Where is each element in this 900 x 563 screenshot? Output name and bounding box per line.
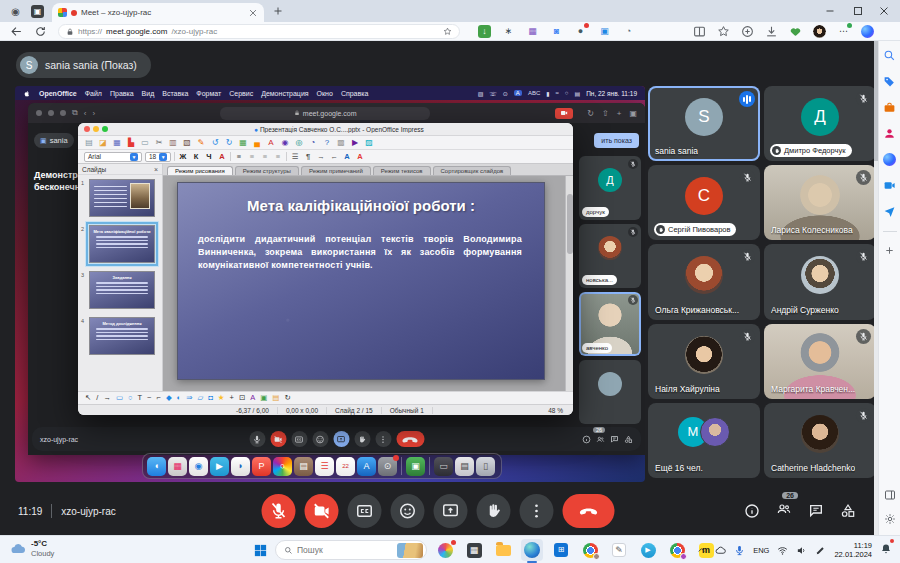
inner-participant-tile-4[interactable] — [579, 360, 641, 424]
slide-thumbnail[interactable]: Мета кваліфікаційної роботи — [89, 225, 155, 263]
activities-icon[interactable] — [840, 503, 856, 519]
tray-mic-icon[interactable] — [734, 545, 745, 556]
ellipse-icon[interactable]: ○ — [128, 393, 133, 403]
app-store-icon[interactable]: A — [357, 457, 376, 476]
file-explorer-icon[interactable] — [492, 539, 514, 561]
volume-icon[interactable] — [796, 545, 807, 556]
line-icon[interactable]: / — [96, 393, 98, 403]
connector-icon[interactable]: ⌐ — [157, 393, 161, 403]
hand-raise-button[interactable] — [477, 494, 511, 528]
screenshot-extension-icon[interactable]: ▣ — [598, 25, 611, 38]
gallery-icon[interactable]: ▤ — [272, 393, 279, 403]
inner-present-button[interactable] — [333, 431, 349, 447]
menu-app-name[interactable]: OpenOffice — [39, 90, 77, 97]
copy-icon[interactable]: ▥ — [168, 138, 178, 148]
inner-end-call-button[interactable] — [396, 431, 424, 447]
cut-icon[interactable]: ✂ — [154, 138, 164, 148]
macos-menu-Правка[interactable]: Правка — [110, 90, 134, 97]
abc-input-icon[interactable]: ABC — [528, 90, 540, 96]
phone-menu-icon[interactable]: ☏ — [489, 90, 497, 97]
inner-more-button[interactable] — [375, 431, 391, 447]
participant-tile-9[interactable]: MЕщё 16 чел. — [648, 403, 760, 478]
stars-icon[interactable]: ★ — [218, 393, 225, 403]
points-icon[interactable]: + — [230, 393, 234, 403]
view-tab-4[interactable]: Режим тезисов — [373, 166, 431, 175]
launchpad-icon[interactable]: ▦ — [168, 457, 187, 476]
macos-menu-Окно[interactable]: Окно — [317, 90, 333, 97]
paste-icon[interactable]: ▧ — [182, 138, 192, 148]
callouts-icon[interactable]: ◘ — [208, 393, 213, 403]
slide-thumbnail[interactable]: Завдання — [89, 271, 155, 309]
glue-points-icon[interactable]: ⊡ — [239, 393, 245, 403]
tray-chevron-icon[interactable] — [696, 545, 707, 556]
view-tab-3[interactable]: Режим примечаний — [301, 166, 371, 175]
adguard-icon[interactable]: ◙ — [550, 25, 563, 38]
sidebar-collapse-icon[interactable] — [884, 489, 896, 501]
inner-camera-button[interactable] — [270, 431, 286, 447]
increase-indent-icon[interactable]: → — [316, 152, 326, 162]
block-arrows-icon[interactable]: ⇒ — [186, 393, 192, 403]
panel-close-icon[interactable]: × — [154, 166, 158, 173]
wifi-menu-icon[interactable]: ≈ — [556, 90, 559, 96]
split-screen-icon[interactable] — [693, 25, 706, 38]
openoffice-icon[interactable]: ◗ — [231, 457, 250, 476]
inner-participant-tile-3[interactable]: авченко — [579, 292, 641, 356]
help-icon[interactable]: ? — [322, 138, 332, 148]
sidebar-designer-icon[interactable] — [883, 179, 896, 192]
search-highlights-icon[interactable] — [434, 539, 456, 561]
safari-back-icon[interactable]: ‹ — [84, 109, 87, 118]
inner-info-icon[interactable] — [582, 435, 591, 444]
collections-icon[interactable] — [741, 25, 754, 38]
align-left-icon[interactable]: ≡ — [234, 152, 244, 162]
macos-menu-Демонстрация[interactable]: Демонстрация — [261, 90, 308, 97]
safari-address-bar[interactable]: meet.google.com — [220, 107, 430, 120]
notes-app-icon[interactable]: ✎ — [608, 539, 630, 561]
workspaces-icon[interactable]: ◉ — [9, 5, 22, 18]
decrease-indent-icon[interactable]: ← — [329, 152, 339, 162]
meeting-details-icon[interactable] — [744, 503, 760, 519]
font-name-select[interactable]: Arial▼ — [84, 152, 142, 162]
refresh-button[interactable] — [34, 25, 47, 38]
people-icon[interactable] — [776, 501, 792, 517]
window-minimize-button[interactable] — [824, 5, 836, 17]
numbering-icon[interactable]: ¶ — [303, 152, 313, 162]
font-color-icon[interactable]: А — [217, 152, 227, 162]
safari-forward-icon[interactable]: › — [92, 109, 95, 118]
undo-icon[interactable]: ↺ — [210, 138, 220, 148]
rectangle-icon[interactable]: ▭ — [116, 393, 123, 403]
c-extension-icon[interactable]: ◔ — [622, 25, 635, 38]
safari-sidebar-icon[interactable]: ⧉ — [72, 108, 78, 118]
wifi-icon[interactable] — [777, 545, 788, 556]
participant-tile-2[interactable]: ДДмитро Федорчук — [764, 86, 876, 161]
from-file-icon[interactable]: ▣ — [260, 393, 267, 403]
impress-close-icon[interactable] — [84, 126, 90, 132]
trash-icon[interactable]: ▯ — [476, 457, 495, 476]
justify-icon[interactable]: ≡ — [273, 152, 283, 162]
safari-new-tab-icon[interactable]: + — [617, 109, 622, 118]
mic-button[interactable] — [262, 494, 296, 528]
char-color-icon[interactable]: A — [342, 152, 352, 162]
arrow-icon[interactable]: → — [103, 393, 111, 403]
stop-presenting-button[interactable]: ить показ — [594, 133, 639, 148]
participant-tile-3[interactable]: ССергій Пивоваров — [648, 165, 760, 240]
macos-menu-Формат[interactable]: Формат — [196, 90, 221, 97]
search-daily-image[interactable] — [397, 543, 423, 558]
safari-refresh-icon[interactable]: ↻ — [587, 109, 594, 118]
basic-shapes-icon[interactable]: ◆ — [166, 393, 172, 403]
sidebar-shopping-icon[interactable] — [883, 75, 896, 88]
finder-icon[interactable]: ◖ — [147, 457, 166, 476]
sidebar-outlook-icon[interactable] — [883, 205, 896, 218]
edge-browser-icon[interactable] — [521, 539, 543, 561]
photos-icon[interactable]: ○ — [273, 457, 292, 476]
italic-icon[interactable]: К — [191, 152, 201, 162]
slideshow-icon[interactable]: ▶ — [350, 138, 360, 148]
grid-icon[interactable]: ▩ — [336, 138, 346, 148]
inner-people-icon[interactable] — [596, 435, 605, 444]
impress-zoom-icon[interactable] — [102, 126, 108, 132]
inner-hand-button[interactable] — [354, 431, 370, 447]
participant-tile-1[interactable]: Ssania sania — [648, 86, 760, 161]
downloads-icon[interactable] — [765, 25, 778, 38]
minimized-window-icon[interactable]: ▭ — [434, 457, 453, 476]
participant-tile-6[interactable]: Андрій Сурженко — [764, 244, 876, 319]
battery-icon[interactable]: ▮ — [546, 90, 549, 97]
